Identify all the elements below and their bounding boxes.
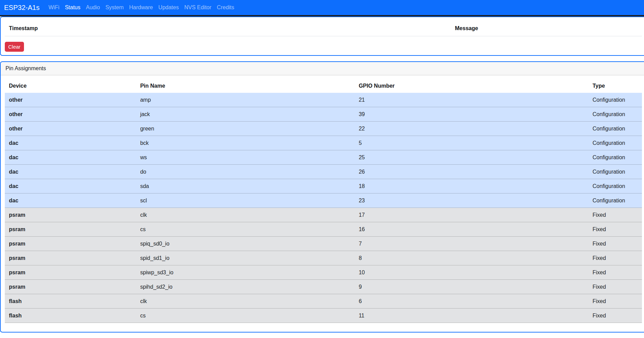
pin-row-pin-name: clk [136,208,355,222]
pin-table-rows: other amp 21 Configuration other jack 39… [5,93,642,323]
pin-row-pin-name: spiwp_sd3_io [136,265,355,280]
pin-row-pin-name: amp [136,93,355,107]
pin-row-gpio: 18 [355,179,589,193]
pin-row-gpio: 26 [355,165,589,179]
pin-row-type: Configuration [589,150,642,165]
pin-row-device: psram [5,251,136,265]
pin-row-gpio: 10 [355,265,589,280]
pin-assignments-card-body: Device Pin Name GPIO Number Type other a… [1,75,644,332]
top-navbar: ESP32-A1s WiFi Status Audio System Hardw… [0,0,644,16]
pin-row-device: other [5,93,136,107]
pin-row-pin-name: green [136,122,355,136]
pin-row: dac ws 25 Configuration [5,150,642,165]
pin-row: psram cs 16 Fixed [5,222,642,237]
syslog-card-body: Timestamp Message Clear [1,17,644,55]
pin-row-gpio: 7 [355,237,589,251]
pin-row-gpio: 9 [355,280,589,294]
pin-row-gpio: 11 [355,309,589,323]
pin-row-type: Configuration [589,165,642,179]
pin-row: psram spihd_sd2_io 9 Fixed [5,280,642,294]
pin-row-type: Fixed [589,251,642,265]
pin-row: other green 22 Configuration [5,122,642,136]
pin-row: psram spid_sd1_io 8 Fixed [5,251,642,265]
pin-row-pin-name: clk [136,294,355,309]
nav-item-hardware[interactable]: Hardware [126,0,156,16]
pin-row-device: flash [5,294,136,309]
nav-item-nvs-editor[interactable]: NVS Editor [182,0,214,16]
pin-row-type: Configuration [589,193,642,208]
nav-item-wifi[interactable]: WiFi [46,0,62,16]
pin-row-device: psram [5,280,136,294]
pin-row: other amp 21 Configuration [5,93,642,107]
pin-row: other jack 39 Configuration [5,107,642,122]
pin-row-device: psram [5,237,136,251]
pin-row-pin-name: ws [136,150,355,165]
pin-row: dac do 26 Configuration [5,165,642,179]
pin-row-device: dac [5,165,136,179]
syslog-header-row: Timestamp Message [5,21,642,36]
pin-assignments-table: Device Pin Name GPIO Number Type other a… [5,79,642,323]
pin-row-gpio: 22 [355,122,589,136]
pin-row-device: flash [5,309,136,323]
page-content: Timestamp Message Clear Pin Assignments [0,16,644,333]
pin-row-gpio: 39 [355,107,589,122]
pin-assignments-title: Pin Assignments [1,62,644,75]
pin-row-pin-name: scl [136,193,355,208]
pin-row-gpio: 6 [355,294,589,309]
pin-row-gpio: 5 [355,136,589,150]
pin-column-device: Device [5,79,136,93]
pin-row-pin-name: spid_sd1_io [136,251,355,265]
pin-row-type: Fixed [589,222,642,237]
pin-row: flash cs 11 Fixed [5,309,642,323]
pin-row-type: Fixed [589,265,642,280]
pin-row-pin-name: spihd_sd2_io [136,280,355,294]
pin-row-device: psram [5,208,136,222]
pin-row-device: dac [5,150,136,165]
pin-row-type: Configuration [589,122,642,136]
pin-row-pin-name: do [136,165,355,179]
nav-item-audio[interactable]: Audio [83,0,103,16]
pin-row-type: Configuration [589,179,642,193]
pin-row: flash clk 6 Fixed [5,294,642,309]
nav-item-credits[interactable]: Credits [214,0,237,16]
syslog-table: Timestamp Message [5,21,642,36]
pin-row-gpio: 17 [355,208,589,222]
pin-row-type: Configuration [589,107,642,122]
nav-item-updates[interactable]: Updates [156,0,182,16]
pin-row-device: other [5,122,136,136]
pin-row-pin-name: cs [136,222,355,237]
pin-row-device: dac [5,193,136,208]
pin-row-pin-name: bck [136,136,355,150]
pin-column-type: Type [589,79,642,93]
nav-item-status[interactable]: Status [62,0,83,16]
pin-row-type: Fixed [589,237,642,251]
pin-row-device: psram [5,265,136,280]
app-brand[interactable]: ESP32-A1s [4,4,39,11]
pin-row-device: other [5,107,136,122]
pin-row-type: Fixed [589,280,642,294]
pin-row-type: Configuration [589,136,642,150]
pin-row: dac sda 18 Configuration [5,179,642,193]
pin-row-pin-name: jack [136,107,355,122]
pin-row: psram clk 17 Fixed [5,208,642,222]
pin-row: psram spiwp_sd3_io 10 Fixed [5,265,642,280]
syslog-column-timestamp: Timestamp [5,21,451,36]
pin-row-pin-name: sda [136,179,355,193]
nav-menu: WiFi Status Audio System Hardware Update… [46,0,237,16]
syslog-column-message: Message [451,21,642,36]
pin-row-device: dac [5,179,136,193]
pin-column-gpio-number: GPIO Number [355,79,589,93]
pin-row-gpio: 25 [355,150,589,165]
pin-row-type: Fixed [589,309,642,323]
pin-table-header-row: Device Pin Name GPIO Number Type [5,79,642,93]
nav-item-system[interactable]: System [103,0,126,16]
pin-row-type: Fixed [589,294,642,309]
pin-row-type: Configuration [589,93,642,107]
pin-row-gpio: 21 [355,93,589,107]
pin-row: psram spiq_sd0_io 7 Fixed [5,237,642,251]
pin-row-type: Fixed [589,208,642,222]
pin-row-device: dac [5,136,136,150]
pin-row-device: psram [5,222,136,237]
pin-row: dac scl 23 Configuration [5,193,642,208]
clear-log-button[interactable]: Clear [5,42,24,52]
